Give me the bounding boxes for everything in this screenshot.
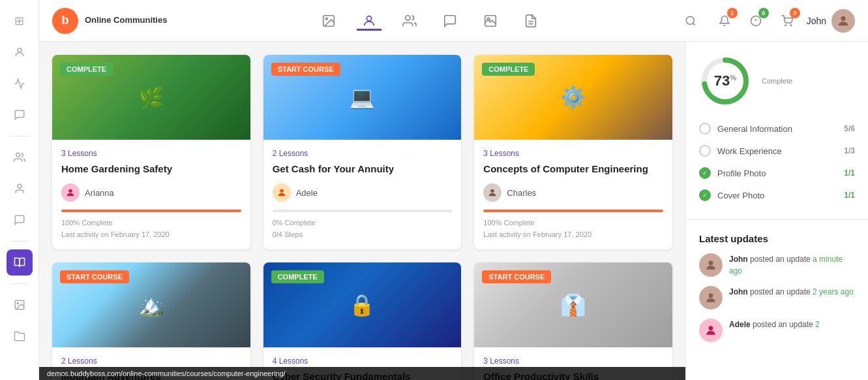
- lessons-count-annuity: 2 Lessons: [273, 149, 453, 158]
- update-avatar-1: [699, 253, 723, 277]
- check-work: [699, 145, 711, 157]
- sidebar-item-profile[interactable]: [7, 39, 33, 65]
- progress-bar-annuity: [273, 210, 453, 212]
- score-work: 1/3: [844, 146, 855, 155]
- svg-point-18: [785, 25, 786, 26]
- sidebar: ⊞: [0, 0, 39, 380]
- svg-point-19: [790, 25, 792, 26]
- author-gardening: Arianna: [61, 183, 241, 202]
- svg-point-29: [709, 261, 713, 265]
- sidebar-item-friends[interactable]: [7, 176, 33, 202]
- nav-members[interactable]: [397, 11, 422, 31]
- user-menu[interactable]: John: [807, 9, 855, 33]
- logo[interactable]: b Online Communities: [52, 8, 167, 34]
- course-image-office: 👔 START COURSE: [474, 262, 672, 347]
- course-card-engineering[interactable]: ⚙️ COMPLETE 3 Lessons Concepts of Comput…: [474, 55, 672, 249]
- course-badge-security: COMPLETE: [271, 270, 324, 283]
- svg-point-4: [17, 302, 18, 304]
- author-avatar-gardening: [61, 183, 80, 202]
- cart-button[interactable]: 3: [775, 9, 799, 33]
- course-badge-gardening: COMPLETE: [60, 63, 113, 76]
- check-cover: ✓: [699, 189, 711, 201]
- author-name-annuity: Adele: [296, 188, 318, 198]
- label-general: General Information: [717, 124, 792, 134]
- progress-fill-gardening: [61, 210, 241, 212]
- app-container: ⊞: [0, 0, 868, 380]
- sidebar-item-groups[interactable]: [7, 144, 33, 170]
- course-image-security: 🔒 COMPLETE: [263, 262, 462, 347]
- sidebar-item-chat[interactable]: [7, 102, 33, 128]
- topbar-right: 1 8 3 John: [679, 9, 855, 33]
- completion-items: General Information 5/6 Work Experience …: [699, 118, 855, 206]
- svg-point-0: [18, 48, 22, 52]
- right-panel: 73% Complete General Information: [685, 42, 868, 380]
- user-name-label: John: [807, 16, 826, 26]
- progress-bar-gardening: [61, 210, 241, 212]
- label-work: Work Experience: [717, 146, 782, 156]
- course-card-mountain[interactable]: 🏔️ START COURSE 2 Lessons Mountain Adven…: [52, 262, 250, 380]
- lessons-count-security: 4 Lessons: [273, 356, 453, 366]
- sidebar-item-docs[interactable]: [7, 323, 33, 349]
- update-avatar-3: [699, 319, 723, 342]
- courses-grid: 🌿 COMPLETE 3 Lessons Home Gardening Safe…: [52, 55, 672, 380]
- search-button[interactable]: [679, 9, 702, 33]
- course-card-office[interactable]: 👔 START COURSE 3 Lessons Office Producti…: [474, 262, 672, 380]
- label-photo: Profile Photo: [717, 168, 766, 178]
- completion-header: 73% Complete: [699, 55, 855, 107]
- sidebar-item-home[interactable]: ⊞: [7, 8, 33, 34]
- svg-point-1: [16, 153, 20, 157]
- course-image-mountain: 🏔️ START COURSE: [52, 262, 250, 347]
- update-text-1: John posted an update a minute ago: [729, 253, 855, 277]
- sidebar-divider-2: [10, 241, 29, 242]
- svg-point-13: [686, 16, 694, 24]
- course-title-gardening: Home Gardening Safety: [61, 162, 241, 176]
- sidebar-item-gallery[interactable]: [7, 292, 33, 318]
- courses-area: 🌿 COMPLETE 3 Lessons Home Gardening Safe…: [39, 42, 685, 380]
- update-text-3: Adele posted an update 2: [729, 319, 820, 330]
- sidebar-item-courses[interactable]: [7, 249, 33, 276]
- alerts-button[interactable]: 8: [744, 9, 768, 33]
- check-photo: ✓: [699, 167, 711, 179]
- svg-point-8: [405, 15, 410, 20]
- completion-item-general[interactable]: General Information 5/6: [699, 118, 855, 140]
- lessons-count-mountain: 2 Lessons: [61, 356, 241, 366]
- completion-item-cover[interactable]: ✓ Cover Photo 1/1: [699, 184, 855, 206]
- course-card-gardening[interactable]: 🌿 COMPLETE 3 Lessons Home Gardening Safe…: [52, 55, 250, 249]
- author-avatar-annuity: [273, 183, 291, 202]
- completion-item-photo[interactable]: ✓ Profile Photo 1/1: [699, 162, 855, 184]
- course-badge-office: START COURSE: [482, 270, 551, 283]
- nav-profile[interactable]: [357, 11, 382, 31]
- cart-badge: 3: [790, 8, 800, 18]
- course-meta-gardening: 100% CompleteLast activity on February 1…: [61, 217, 241, 240]
- course-card-security[interactable]: 🔒 COMPLETE 4 Lessons Cyber Security Fund…: [263, 262, 462, 380]
- update-item-1[interactable]: John posted an update a minute ago: [699, 253, 855, 277]
- sidebar-item-messages[interactable]: [7, 207, 33, 233]
- course-meta-engineering: 100% CompleteLast activity on February 1…: [483, 217, 663, 240]
- main-content: b Online Communities: [39, 0, 868, 380]
- author-name-gardening: Arianna: [85, 188, 114, 198]
- updates-title: Latest updates: [699, 233, 855, 244]
- sidebar-item-activity[interactable]: [7, 71, 33, 97]
- svg-point-31: [709, 326, 713, 330]
- author-engineering: Charles: [483, 183, 663, 202]
- user-avatar: [831, 9, 855, 33]
- update-avatar-2: [699, 286, 723, 309]
- check-general: [699, 123, 711, 135]
- score-cover: 1/1: [844, 191, 855, 200]
- notifications-button[interactable]: 1: [713, 9, 736, 33]
- svg-point-2: [18, 184, 22, 188]
- sidebar-divider-3: [10, 283, 29, 284]
- nav-messages[interactable]: [438, 11, 462, 31]
- update-item-3[interactable]: Adele posted an update 2: [699, 319, 855, 342]
- course-body-gardening: 3 Lessons Home Gardening Safety Arianna: [52, 140, 250, 249]
- nav-docs[interactable]: [518, 11, 543, 31]
- lessons-count-engineering: 3 Lessons: [483, 149, 663, 158]
- nav-media[interactable]: [478, 11, 503, 31]
- course-title-annuity: Get Cash for Your Annuity: [273, 162, 453, 176]
- author-annuity: Adele: [273, 183, 453, 202]
- course-badge-annuity: START COURSE: [271, 63, 340, 76]
- completion-item-work[interactable]: Work Experience 1/3: [699, 140, 855, 162]
- update-item-2[interactable]: John posted an update 2 years ago: [699, 286, 855, 309]
- course-card-annuity[interactable]: 💻 START COURSE 2 Lessons Get Cash for Yo…: [263, 55, 462, 249]
- nav-photos[interactable]: [316, 11, 341, 31]
